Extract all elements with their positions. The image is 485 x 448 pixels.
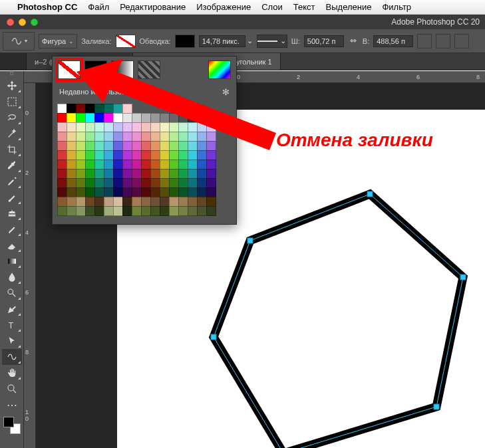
color-swatch[interactable] — [197, 178, 207, 188]
color-swatch[interactable] — [104, 132, 114, 142]
color-swatch[interactable] — [197, 141, 207, 151]
color-swatch[interactable] — [122, 150, 132, 160]
app-menu[interactable]: Photoshop CC — [17, 2, 77, 12]
color-swatch[interactable] — [132, 206, 142, 216]
color-swatch[interactable] — [94, 206, 104, 216]
color-swatch[interactable] — [76, 206, 86, 216]
color-swatch[interactable] — [206, 160, 216, 169]
shape-handle[interactable] — [211, 334, 216, 340]
color-swatch[interactable] — [197, 150, 207, 160]
color-swatch[interactable] — [160, 113, 170, 123]
stroke-width-field[interactable]: 14,78 пикс. ⌄ — [199, 35, 253, 47]
color-swatch[interactable] — [94, 150, 104, 160]
gear-icon[interactable]: ✻ — [222, 87, 230, 97]
color-swatch[interactable] — [67, 187, 77, 197]
hand-tool[interactable] — [2, 365, 22, 381]
edit-toolbar-button[interactable]: ⋯ — [2, 397, 22, 413]
color-swatch[interactable] — [206, 187, 216, 197]
color-swatch[interactable] — [57, 132, 67, 142]
color-swatch[interactable] — [206, 141, 216, 151]
color-swatch[interactable] — [57, 150, 67, 160]
color-swatch[interactable] — [197, 206, 207, 216]
color-swatch[interactable] — [141, 132, 151, 142]
fill-swatch-button[interactable] — [116, 35, 136, 48]
color-swatch[interactable] — [104, 141, 114, 151]
color-swatch[interactable] — [57, 113, 67, 123]
crop-tool[interactable] — [2, 142, 22, 158]
color-swatch[interactable] — [178, 178, 188, 188]
color-swatch[interactable] — [141, 150, 151, 160]
color-swatch[interactable] — [141, 178, 151, 188]
color-swatch[interactable] — [197, 113, 207, 123]
color-swatch[interactable] — [113, 113, 123, 123]
color-swatch[interactable] — [150, 132, 160, 142]
window-zoom-button[interactable] — [31, 19, 38, 26]
color-swatch[interactable] — [122, 141, 132, 151]
color-swatch[interactable] — [67, 132, 77, 142]
color-swatch[interactable] — [94, 104, 104, 114]
menu-text[interactable]: Текст — [293, 2, 315, 12]
color-swatch[interactable] — [76, 150, 86, 160]
color-swatch[interactable] — [104, 178, 114, 188]
color-swatch[interactable] — [104, 104, 114, 114]
color-swatch[interactable] — [141, 206, 151, 216]
color-swatch[interactable] — [76, 178, 86, 188]
color-swatch[interactable] — [197, 160, 207, 169]
color-swatch[interactable] — [113, 178, 123, 188]
color-swatch[interactable] — [113, 187, 123, 197]
color-swatch[interactable] — [85, 122, 95, 132]
color-swatch[interactable] — [169, 169, 179, 179]
color-swatch[interactable] — [94, 197, 104, 207]
zoom-tool[interactable] — [2, 381, 22, 397]
color-swatch[interactable] — [76, 132, 86, 142]
color-swatch[interactable] — [85, 113, 95, 123]
link-dimensions-icon[interactable]: ⇔ — [348, 36, 359, 47]
color-swatch[interactable] — [206, 122, 216, 132]
menu-layers[interactable]: Слои — [261, 2, 283, 12]
color-swatch[interactable] — [150, 169, 160, 179]
marquee-tool[interactable] — [2, 94, 22, 110]
color-swatch[interactable] — [206, 197, 216, 207]
hexagon-shape[interactable] — [197, 187, 476, 448]
color-swatch[interactable] — [141, 113, 151, 123]
path-arrange-button[interactable] — [454, 34, 469, 49]
color-swatch[interactable] — [169, 122, 179, 132]
color-swatch[interactable] — [85, 160, 95, 169]
color-swatch[interactable] — [67, 160, 77, 169]
color-swatch[interactable] — [188, 141, 198, 151]
color-swatch[interactable] — [178, 206, 188, 216]
color-swatch[interactable] — [76, 122, 86, 132]
color-swatch[interactable] — [188, 150, 198, 160]
color-swatch[interactable] — [206, 206, 216, 216]
ruler-vertical[interactable]: 0 2 4 6 8 1 0 — [24, 83, 36, 448]
color-swatch[interactable] — [67, 197, 77, 207]
color-swatch[interactable] — [132, 169, 142, 179]
fill-none-button[interactable] — [58, 60, 81, 79]
color-swatch[interactable] — [67, 150, 77, 160]
shape-height-field[interactable]: 488,56 п — [373, 35, 413, 47]
color-swatch[interactable] — [178, 150, 188, 160]
stroke-width-value[interactable]: 14,78 пикс. — [199, 35, 245, 47]
pen-tool[interactable] — [2, 301, 22, 317]
color-swatch[interactable] — [141, 122, 151, 132]
color-swatch[interactable] — [122, 132, 132, 142]
color-swatch[interactable] — [132, 160, 142, 169]
color-swatch[interactable] — [188, 122, 198, 132]
color-swatch[interactable] — [141, 160, 151, 169]
color-swatch[interactable] — [57, 141, 67, 151]
color-swatch[interactable] — [57, 160, 67, 169]
color-swatch[interactable] — [57, 122, 67, 132]
color-swatch[interactable] — [85, 178, 95, 188]
color-swatch[interactable] — [122, 197, 132, 207]
color-swatch[interactable] — [169, 197, 179, 207]
shape-mode-dropdown[interactable]: Фигура ⌄ — [39, 34, 77, 49]
color-swatch[interactable] — [67, 178, 77, 188]
color-swatch[interactable] — [85, 197, 95, 207]
color-swatch[interactable] — [150, 122, 160, 132]
color-swatch[interactable] — [150, 178, 160, 188]
menu-file[interactable]: Файл — [88, 2, 109, 12]
window-close-button[interactable] — [7, 19, 14, 26]
brush-tool[interactable] — [2, 189, 22, 205]
menu-filter[interactable]: Фильтр — [382, 2, 411, 12]
color-swatch[interactable] — [104, 113, 114, 123]
